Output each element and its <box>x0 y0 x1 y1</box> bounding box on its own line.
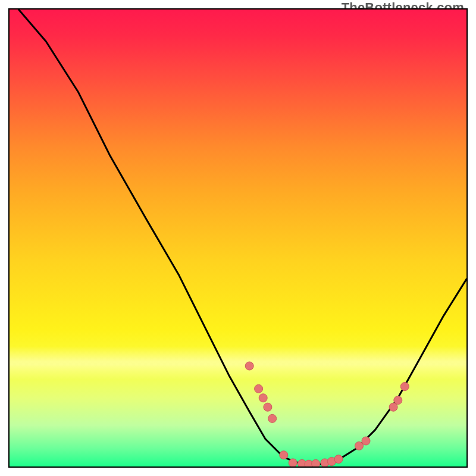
chart-frame <box>8 8 468 468</box>
highlight-dot <box>394 396 402 405</box>
highlight-dots-group <box>245 362 409 466</box>
highlight-dot <box>334 455 343 464</box>
highlight-dot <box>264 403 272 411</box>
highlight-dot <box>255 384 263 393</box>
highlight-dot <box>312 459 320 466</box>
highlight-dot <box>259 394 267 402</box>
highlight-dot <box>289 459 297 466</box>
chart-svg-layer <box>10 10 466 466</box>
highlight-dot <box>400 383 409 391</box>
highlight-dot <box>268 414 277 422</box>
highlight-dot <box>245 362 253 370</box>
highlight-dot <box>280 451 288 459</box>
highlight-dot <box>362 437 370 445</box>
